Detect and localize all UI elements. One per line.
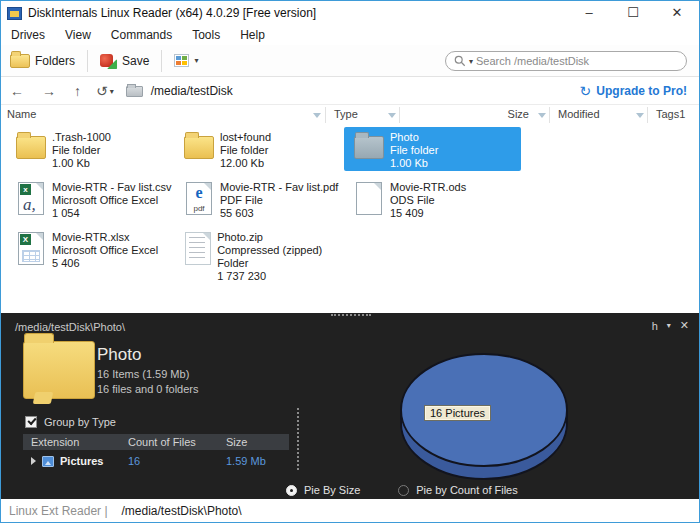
preview-files-line: 16 files and 0 folders <box>97 383 199 395</box>
file-tile-csv[interactable]: x a, Movie-RTR - Fav list.csv Microsoft … <box>6 177 183 221</box>
file-type: PDF File <box>220 194 338 207</box>
file-name: Movie-RTR.ods <box>390 181 466 194</box>
pie-mode-radios: Pie By Size Pie by Count of Files <box>286 484 518 496</box>
pictures-icon <box>42 456 54 467</box>
save-button-label: Save <box>122 54 149 68</box>
file-tile-pdf[interactable]: e pdf Movie-RTR - Fav list.pdf PDF File … <box>174 177 351 221</box>
pdf-file-icon: e pdf <box>186 182 212 215</box>
column-modified[interactable]: Modified <box>558 108 600 120</box>
panel-hide-button[interactable]: h <box>652 320 658 332</box>
menu-view[interactable]: View <box>55 28 101 42</box>
forward-button[interactable]: → <box>33 83 65 99</box>
column-size[interactable]: Size <box>471 108 529 120</box>
preview-folder-name: Photo <box>97 345 141 365</box>
file-size: 1.00 Kb <box>52 157 111 170</box>
file-size: 15 409 <box>390 207 466 220</box>
file-type: Microsoft Office Excel <box>52 244 158 257</box>
back-button[interactable]: ← <box>1 83 33 99</box>
menu-drives[interactable]: Drives <box>1 28 55 42</box>
file-size: 5 406 <box>52 257 158 270</box>
extension-table-header: Extension Count of Files Size <box>23 434 289 450</box>
minimize-button[interactable]: – <box>567 1 611 25</box>
file-type: File folder <box>220 144 271 157</box>
radio-unselected-icon <box>398 485 409 496</box>
address-path[interactable]: /media/testDisk <box>151 84 233 98</box>
filter-icon[interactable] <box>313 113 321 118</box>
close-button[interactable]: ✕ <box>655 1 699 25</box>
table-row[interactable]: Pictures 16 1.59 Mb <box>23 452 289 470</box>
radio-pie-by-count[interactable]: Pie by Count of Files <box>398 484 518 496</box>
chevron-down-icon: ▾ <box>110 87 114 96</box>
file-name: Photo.zip <box>217 231 347 244</box>
group-by-type-checkbox[interactable]: Group by Type <box>25 416 116 428</box>
search-dropdown-icon[interactable]: ▾ <box>469 57 473 66</box>
expand-arrow-icon[interactable] <box>31 457 36 465</box>
file-size: 1.00 Kb <box>390 157 438 170</box>
panel-resize-handle[interactable] <box>331 314 371 316</box>
search-input[interactable] <box>476 55 678 67</box>
filter-icon[interactable] <box>538 113 546 118</box>
title-bar: DiskInternals Linux Reader (x64) 4.0.29 … <box>1 1 699 25</box>
file-tile-xlsx[interactable]: X Movie-RTR.xlsx Microsoft Office Excel … <box>6 227 183 271</box>
column-type[interactable]: Type <box>334 108 358 120</box>
filter-icon[interactable] <box>388 113 396 118</box>
radio-selected-icon <box>286 485 297 496</box>
history-button[interactable]: ↺ ▾ <box>90 83 120 99</box>
file-type: File folder <box>52 144 111 157</box>
header-extension[interactable]: Extension <box>23 436 128 448</box>
folders-button-label: Folders <box>35 54 75 68</box>
extension-table: Extension Count of Files Size Pictures 1… <box>23 434 289 470</box>
row-size: 1.59 Mb <box>226 455 286 467</box>
preview-path: /media/testDisk\Photo\ <box>15 321 125 333</box>
column-separator[interactable] <box>325 107 326 123</box>
file-tile-zip[interactable]: Photo.zip Compressed (zipped) Folder 1 7… <box>174 227 351 271</box>
status-bar: Linux Ext Reader | /media/testDisk\Photo… <box>1 499 699 522</box>
upgrade-label: Upgrade to Pro! <box>596 84 687 98</box>
file-name: Photo <box>390 131 438 144</box>
file-tile-trash[interactable]: .Trash-1000 File folder 1.00 Kb <box>6 127 183 171</box>
app-icon <box>7 7 22 20</box>
header-count[interactable]: Count of Files <box>128 436 226 448</box>
upgrade-to-pro-link[interactable]: ↻ Upgrade to Pro! <box>580 83 687 99</box>
file-size: 1 737 230 <box>217 270 347 283</box>
file-name: Movie-RTR - Fav list.pdf <box>220 181 338 194</box>
panel-close-icon[interactable]: ✕ <box>680 319 689 332</box>
folders-button[interactable]: Folders <box>1 50 84 72</box>
save-button[interactable]: Save <box>91 49 158 73</box>
table-resize-handle[interactable] <box>297 408 299 470</box>
file-tile-photo-selected[interactable]: Photo File folder 1.00 Kb <box>344 127 521 171</box>
menu-help[interactable]: Help <box>230 28 275 42</box>
toolbar: Folders Save ▾ ▾ <box>1 45 699 77</box>
toolbar-separator <box>87 50 88 72</box>
menu-tools[interactable]: Tools <box>182 28 230 42</box>
header-size[interactable]: Size <box>226 436 286 448</box>
file-type: ODS File <box>390 194 466 207</box>
filter-icon[interactable] <box>636 113 644 118</box>
row-count: 16 <box>128 455 226 467</box>
file-tile-lostfound[interactable]: lost+found File folder 12.00 Kb <box>174 127 351 171</box>
current-folder-icon <box>126 86 143 97</box>
column-separator[interactable] <box>647 107 648 123</box>
pie-slice-label: 16 Pictures <box>424 405 491 421</box>
menu-commands[interactable]: Commands <box>101 28 182 42</box>
column-separator[interactable] <box>549 107 550 123</box>
file-type: Microsoft Office Excel <box>52 194 172 207</box>
ods-file-icon <box>356 182 382 215</box>
menu-bar: Drives View Commands Tools Help <box>1 25 699 45</box>
navigation-bar: ← → ↑ ↺ ▾ /media/testDisk ↻ Upgrade to P… <box>1 78 699 105</box>
column-separator[interactable] <box>399 107 400 123</box>
refresh-icon: ↻ <box>580 83 592 99</box>
window-title: DiskInternals Linux Reader (x64) 4.0.29 … <box>28 6 316 20</box>
up-button[interactable]: ↑ <box>65 83 90 99</box>
radio-pie-by-size[interactable]: Pie By Size <box>286 484 360 496</box>
maximize-button[interactable]: ☐ <box>611 1 655 25</box>
column-tags[interactable]: Tags1 <box>656 108 685 120</box>
view-mode-button[interactable]: ▾ <box>165 50 207 71</box>
panel-dropdown-icon[interactable]: ▾ <box>667 321 671 330</box>
file-name: .Trash-1000 <box>52 131 111 144</box>
preview-items-line: 16 Items (1.59 Mb) <box>97 368 189 380</box>
file-tile-ods[interactable]: Movie-RTR.ods ODS File 15 409 <box>344 177 521 221</box>
column-name[interactable]: Name <box>7 108 36 120</box>
search-box[interactable]: ▾ <box>445 51 687 71</box>
file-size: 55 603 <box>220 207 338 220</box>
